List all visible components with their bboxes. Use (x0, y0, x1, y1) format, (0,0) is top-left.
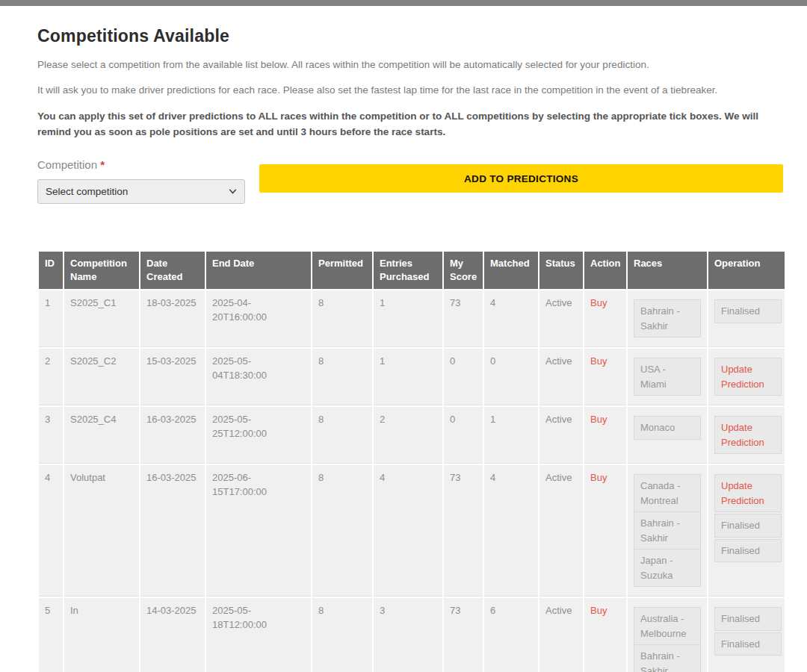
intro-paragraph-bold: You can apply this set of driver predict… (37, 108, 783, 140)
column-header: Permitted (312, 252, 372, 289)
competition-label-text: Competition (37, 158, 97, 171)
cell-action: Buy (584, 407, 626, 464)
cell-entries-purchased: 2 (374, 407, 442, 464)
buy-link[interactable]: Buy (590, 414, 607, 425)
buy-link[interactable]: Buy (590, 355, 607, 367)
cell-operations: Update Prediction (708, 407, 785, 464)
cell-id: 4 (39, 465, 63, 597)
race-chip: Canada - Montreal (634, 474, 701, 512)
cell-competition-name: S2025_C1 (64, 290, 139, 347)
cell-permitted: 8 (312, 598, 372, 672)
table-row: 3S2025_C416-03-20252025-05-25T12:00:0082… (39, 407, 785, 464)
column-header: Status (539, 252, 583, 289)
cell-entries-purchased: 1 (374, 349, 442, 405)
race-chip: Bahrain - Sakhir (634, 644, 701, 672)
cell-end-date: 2025-06-15T17:00:00 (206, 465, 311, 597)
column-header: My Score (444, 252, 483, 289)
cell-matched: 0 (484, 349, 538, 405)
cell-operations: Finalised (708, 290, 785, 347)
race-chip: Australia - Melbourne (634, 607, 701, 645)
top-bar (0, 0, 807, 6)
cell-permitted: 8 (312, 349, 372, 405)
cell-races: Monaco (628, 407, 707, 464)
cell-operations: FinalisedFinalised (708, 598, 785, 672)
cell-races: Canada - MontrealBahrain - SakhirJapan -… (628, 465, 707, 597)
required-asterisk: * (100, 158, 105, 171)
update-prediction-button[interactable]: Update Prediction (714, 474, 782, 512)
cell-operations: Update PredictionFinalisedFinalised (708, 465, 785, 597)
cell-my-score: 73 (444, 290, 483, 347)
cell-action: Buy (584, 465, 626, 597)
main-content: Competitions Available Please select a c… (37, 26, 783, 672)
cell-my-score: 0 (444, 407, 483, 464)
competition-select-value: Select competition (46, 186, 128, 197)
cell-action: Buy (584, 598, 626, 672)
competition-form: Competition * Select competition ADD TO … (37, 158, 783, 204)
cell-id: 3 (39, 407, 63, 464)
cell-matched: 1 (484, 407, 538, 464)
cell-competition-name: In (64, 598, 139, 672)
cell-status: Active (539, 349, 583, 405)
table-row: 4Volutpat16-03-20252025-06-15T17:00:0084… (39, 465, 785, 597)
cell-matched: 4 (484, 290, 538, 347)
race-chip: Japan - Suzuka (634, 549, 701, 587)
cell-permitted: 8 (312, 407, 372, 464)
cell-matched: 4 (484, 465, 538, 597)
cell-races: Bahrain - Sakhir (628, 290, 707, 347)
cell-my-score: 0 (444, 349, 483, 405)
cell-matched: 6 (484, 598, 538, 672)
cell-status: Active (539, 290, 583, 347)
cell-end-date: 2025-05-25T12:00:00 (206, 407, 311, 464)
buy-link[interactable]: Buy (590, 472, 607, 483)
buy-link[interactable]: Buy (590, 605, 607, 616)
cell-status: Active (539, 598, 583, 672)
column-header: Date Created (140, 252, 205, 289)
cell-date-created: 15-03-2025 (140, 349, 205, 405)
cell-races: USA - Miami (628, 349, 707, 405)
cell-date-created: 18-03-2025 (140, 290, 205, 347)
cell-races: Australia - MelbourneBahrain - Sakhir (628, 598, 707, 672)
table-header-row: IDCompetition NameDate CreatedEnd DatePe… (39, 252, 785, 289)
cell-permitted: 8 (312, 290, 372, 347)
cell-end-date: 2025-05-18T12:00:00 (206, 598, 311, 672)
competitions-table-wrap: IDCompetition NameDate CreatedEnd DatePe… (37, 250, 783, 672)
chevron-down-icon (229, 187, 237, 196)
column-header: Competition Name (64, 252, 139, 289)
cell-date-created: 14-03-2025 (140, 598, 205, 672)
cell-end-date: 2025-05-04T18:30:00 (206, 349, 311, 405)
cell-date-created: 16-03-2025 (140, 465, 205, 597)
cell-id: 1 (39, 290, 63, 347)
column-header: Races (628, 252, 707, 289)
page-title: Competitions Available (37, 26, 783, 46)
race-chip: USA - Miami (634, 358, 701, 396)
column-header: Action (584, 252, 626, 289)
column-header: Operation (708, 252, 785, 289)
cell-status: Active (539, 465, 583, 597)
cell-status: Active (539, 407, 583, 464)
intro-paragraph-2: It will ask you to make driver predictio… (37, 83, 783, 99)
race-chip: Monaco (634, 416, 701, 440)
cell-my-score: 73 (444, 465, 483, 597)
table-row: 2S2025_C215-03-20252025-05-04T18:30:0081… (39, 349, 785, 405)
finalised-button: Finalised (714, 607, 782, 631)
column-header: Entries Purchased (374, 252, 442, 289)
cell-action: Buy (584, 349, 626, 405)
race-chip: Bahrain - Sakhir (634, 511, 701, 550)
cell-competition-name: S2025_C4 (64, 407, 139, 464)
cell-entries-purchased: 1 (374, 290, 442, 347)
cell-end-date: 2025-04-20T16:00:00 (206, 290, 311, 347)
competitions-table: IDCompetition NameDate CreatedEnd DatePe… (37, 250, 786, 672)
buy-link[interactable]: Buy (590, 297, 607, 308)
add-to-predictions-button[interactable]: ADD TO PREDICTIONS (259, 164, 783, 193)
update-prediction-button[interactable]: Update Prediction (714, 416, 782, 454)
intro-paragraph-1: Please select a competition from the ava… (37, 57, 783, 73)
cell-entries-purchased: 4 (374, 465, 442, 597)
finalised-button: Finalised (714, 632, 782, 656)
update-prediction-button[interactable]: Update Prediction (714, 358, 782, 396)
column-header: End Date (206, 252, 311, 289)
finalised-button: Finalised (714, 539, 782, 563)
cell-permitted: 8 (312, 465, 372, 597)
competition-select[interactable]: Select competition (37, 179, 245, 204)
finalised-button: Finalised (714, 299, 782, 323)
column-header: Matched (484, 252, 538, 289)
